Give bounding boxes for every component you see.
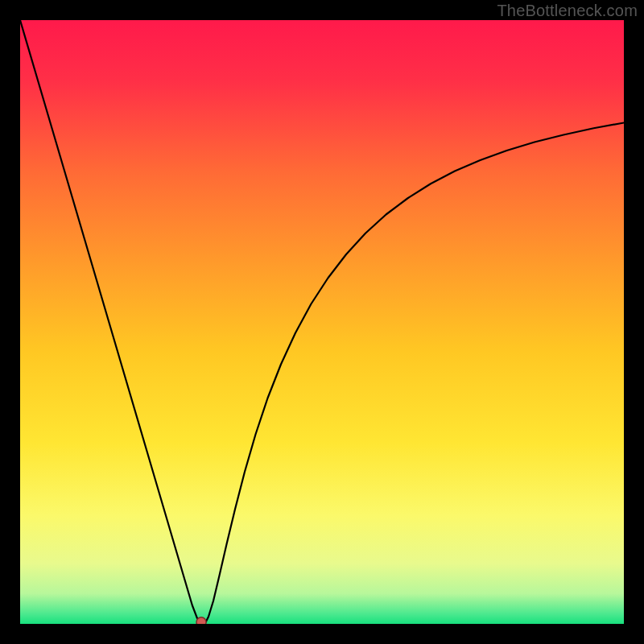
- chart-frame: TheBottleneck.com: [0, 0, 644, 644]
- watermark-text: TheBottleneck.com: [497, 2, 638, 20]
- gradient-background: [20, 20, 624, 624]
- minimum-marker: [196, 617, 206, 624]
- chart-svg: [20, 20, 624, 624]
- plot-area: [20, 20, 624, 624]
